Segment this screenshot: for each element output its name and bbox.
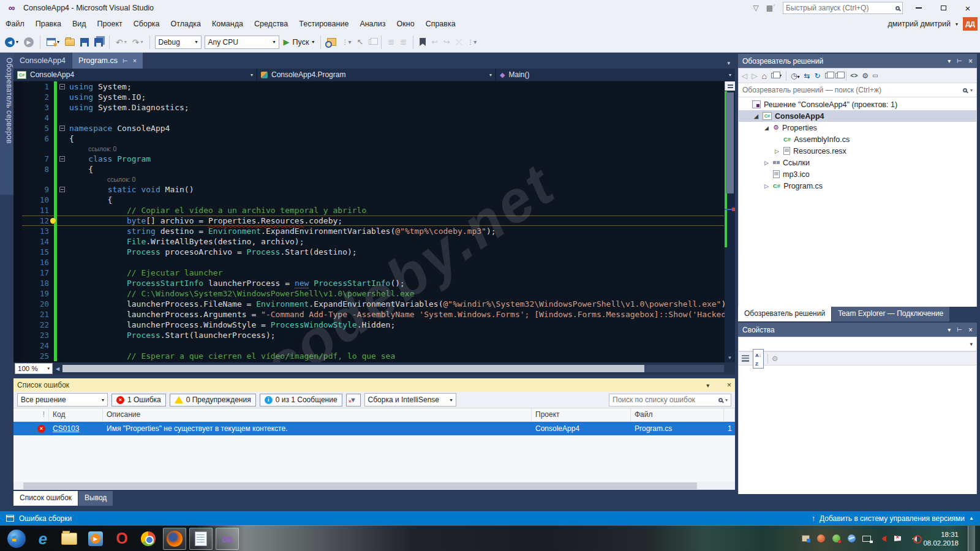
outlining-margin[interactable] <box>57 195 69 205</box>
menu-item-Средства[interactable]: Средства <box>249 17 293 31</box>
outlining-margin[interactable]: − <box>57 81 69 92</box>
close-button[interactable]: × <box>959 2 976 14</box>
chrome-icon[interactable] <box>137 528 160 550</box>
taskbar-clock[interactable]: 18:31 08.02.2018 <box>923 530 962 547</box>
solution-explorer-title-bar[interactable]: Обозреватель решений ▾ ⊤ × <box>738 54 977 68</box>
column-header-Файл[interactable]: Файл <box>631 408 724 421</box>
home-icon[interactable]: ⌂ <box>761 71 766 81</box>
outlining-margin[interactable] <box>57 226 69 236</box>
menu-item-Отладка[interactable]: Отладка <box>165 17 206 31</box>
breakpoint-margin[interactable] <box>13 154 22 164</box>
previous-bookmark-button[interactable]: ↩ <box>430 35 439 50</box>
editor-horizontal-scrollbar[interactable] <box>62 365 724 372</box>
bottom-panel-tab[interactable]: Список ошибок <box>13 491 78 506</box>
tree-item-consoleapp4[interactable]: ◢C#ConsoleApp4 <box>739 110 976 122</box>
indent-decrease-button[interactable]: ≣ <box>386 35 396 50</box>
breakpoint-margin[interactable] <box>13 288 22 299</box>
tree-item-решение-consoleapp4-проектов-1-[interactable]: Решение "ConsoleApp4" (проектов: 1) <box>739 99 976 110</box>
bookmark-button[interactable] <box>418 35 427 50</box>
vertical-scroll-thumb[interactable] <box>726 92 734 193</box>
error-scope-dropdown[interactable]: Все решение▾ <box>17 393 108 407</box>
outlining-margin[interactable] <box>57 133 69 144</box>
open-file-button[interactable] <box>64 35 76 50</box>
outlining-margin[interactable] <box>57 288 69 299</box>
outlining-margin[interactable]: − <box>57 184 69 195</box>
document-tab[interactable]: ConsoleApp4 <box>13 53 72 69</box>
codelens-references[interactable]: ссылок: 0 <box>69 144 116 154</box>
horizontal-scroll-thumb[interactable] <box>62 365 644 372</box>
breakpoint-margin[interactable] <box>13 92 22 102</box>
expander-icon[interactable]: ▷ <box>774 148 780 154</box>
bookmark-overflow-button[interactable]: ⋮▾ <box>466 35 478 50</box>
back-icon[interactable]: ◁ <box>742 72 747 80</box>
save-button[interactable] <box>79 35 90 50</box>
menu-item-Справка[interactable]: Справка <box>420 17 461 31</box>
clear-bookmarks-button[interactable]: ⤫ <box>454 35 463 50</box>
collapse-region-icon[interactable]: − <box>59 84 65 89</box>
breakpoint-margin[interactable] <box>13 320 22 330</box>
new-project-button[interactable]: ▾ <box>45 35 61 50</box>
send-feedback-icon[interactable]: ▩ʿ <box>766 4 775 12</box>
pin-icon[interactable]: ⊤ <box>956 327 963 332</box>
menu-item-Правка[interactable]: Правка <box>30 17 67 31</box>
outlining-margin[interactable] <box>57 351 69 361</box>
document-tab[interactable]: Program.cs⊤× <box>72 53 143 69</box>
tray-volume-muted-icon[interactable] <box>908 534 918 544</box>
visual-studio-icon[interactable]: ∞ <box>216 528 239 550</box>
window-position-dropdown-icon[interactable]: ▾ <box>948 326 951 333</box>
navigate-back-button[interactable]: ◀▾ <box>4 35 20 50</box>
breakpoint-margin[interactable] <box>13 216 22 226</box>
breakpoint-margin[interactable] <box>13 102 22 113</box>
code-editor[interactable]: 1−using System;2using System.IO;3using S… <box>13 81 735 362</box>
breakpoint-margin[interactable] <box>13 351 22 361</box>
menu-item-Анализ[interactable]: Анализ <box>354 17 391 31</box>
navigate-to-button[interactable]: ↖ <box>355 35 364 50</box>
close-panel-icon[interactable]: × <box>968 326 973 334</box>
outlining-margin[interactable] <box>57 102 69 113</box>
outlining-margin[interactable] <box>57 268 69 278</box>
column-header-Код[interactable]: Код <box>49 408 103 421</box>
navigate-forward-button[interactable]: ▶ <box>23 35 35 50</box>
error-code-link[interactable]: CS0103 <box>49 424 103 433</box>
error-search-input[interactable] <box>612 395 716 404</box>
media-player-icon[interactable]: ▶ <box>84 528 107 550</box>
firefox-icon[interactable] <box>163 528 186 550</box>
right-panel-tab[interactable]: Team Explorer — Подключение <box>832 307 949 321</box>
outlining-margin[interactable] <box>57 309 69 320</box>
toolbar-overflow-button[interactable]: ⋮▾ <box>341 35 352 50</box>
member-dropdown[interactable]: ◆ Main()▾ <box>496 69 735 81</box>
pin-icon[interactable]: ⊤ <box>122 58 129 64</box>
solution-explorer-search-box[interactable]: ▾ <box>738 83 977 97</box>
show-desktop-button[interactable] <box>968 526 975 551</box>
column-header-Проект[interactable]: Проект <box>532 408 631 421</box>
collapse-region-icon[interactable]: − <box>59 156 65 162</box>
codelens-references[interactable]: ссылок: 0 <box>69 174 135 184</box>
severity-column-header[interactable]: ! <box>13 408 49 421</box>
close-panel-icon[interactable]: × <box>727 381 731 389</box>
tray-app-icon[interactable] <box>816 534 826 544</box>
error-list-title-bar[interactable]: Список ошибок ▾ ⊤ × <box>13 378 735 392</box>
breakpoint-margin[interactable] <box>13 247 22 257</box>
copy-all-icon[interactable] <box>835 73 842 78</box>
error-list-horizontal-scrollbar[interactable] <box>13 482 735 490</box>
configuration-dropdown[interactable]: Debug▾ <box>155 36 202 49</box>
zoom-level-dropdown[interactable]: 100 %▾ <box>15 363 53 374</box>
properties-title-bar[interactable]: Свойства ▾ ⊤ × <box>738 323 977 337</box>
close-panel-icon[interactable]: × <box>968 57 973 66</box>
internet-explorer-icon[interactable]: e <box>31 528 55 550</box>
breakpoint-margin[interactable] <box>13 278 22 288</box>
breakpoint-margin[interactable] <box>13 309 22 320</box>
quick-launch-input[interactable] <box>786 4 895 12</box>
scroll-down-icon[interactable]: ▼ <box>725 354 735 362</box>
next-bookmark-button[interactable]: ↪ <box>442 35 451 50</box>
outlining-margin[interactable] <box>57 257 69 268</box>
tray-volume-icon[interactable] <box>877 534 887 544</box>
alphabetical-sort-icon[interactable]: A↓Z <box>753 349 764 369</box>
switch-views-icon[interactable] <box>771 73 777 78</box>
bottom-panel-tab[interactable]: Вывод <box>78 491 113 506</box>
breakpoint-margin[interactable] <box>13 144 22 154</box>
tree-item-resources-resx[interactable]: ▷Resources.resx <box>739 145 976 157</box>
copy-icon[interactable] <box>825 73 831 78</box>
outlining-margin[interactable] <box>57 174 69 184</box>
breakpoint-margin[interactable] <box>13 174 22 184</box>
